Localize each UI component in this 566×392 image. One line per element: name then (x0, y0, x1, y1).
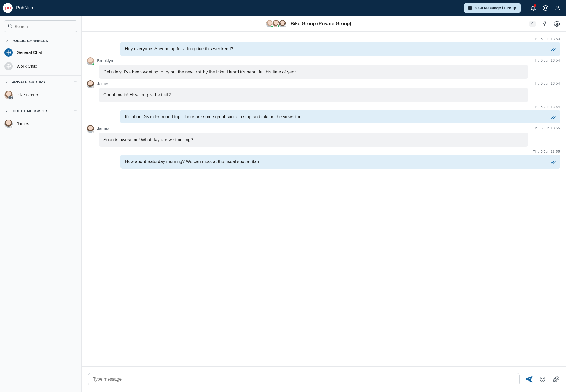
brand-logo: pn (3, 3, 13, 13)
new-message-button[interactable]: New Message / Group (464, 3, 521, 13)
unread-count: 0 (529, 21, 536, 27)
presence-indicator (284, 25, 286, 28)
message-outgoing: Thu 6 Jun 13:53 Hey everyone! Anyone up … (85, 36, 560, 56)
svg-point-5 (556, 23, 558, 25)
emoji-button[interactable] (539, 376, 546, 383)
globe-icon (4, 62, 13, 70)
chat-icon (468, 6, 472, 10)
message-time: Thu 6 Jun 13:53 (85, 36, 560, 42)
send-button[interactable] (526, 376, 533, 383)
section-direct-messages[interactable]: DIRECT MESSAGES + (0, 104, 81, 117)
notifications-icon[interactable] (530, 5, 537, 11)
dm-james[interactable]: James (0, 117, 81, 131)
section-title: PUBLIC CHANNELS (12, 39, 48, 43)
section-public-channels[interactable]: PUBLIC CHANNELS (0, 35, 81, 46)
presence-indicator (92, 86, 95, 88)
message-text: Count me in! How long is the trail? (103, 93, 171, 97)
message-text: Definitely! I've been wanting to try out… (103, 70, 297, 74)
message-bubble[interactable]: Count me in! How long is the trail? (99, 88, 528, 102)
sidebar: PUBLIC CHANNELS General Chat Work Chat P… (0, 16, 82, 392)
message-bubble[interactable]: Sounds awesome! What day are we thinking… (99, 133, 528, 147)
add-direct-message-button[interactable]: + (74, 108, 77, 114)
new-message-label: New Message / Group (475, 6, 516, 10)
mentions-icon[interactable] (542, 5, 549, 11)
message-text: How about Saturday morning? We can meet … (125, 159, 261, 164)
group-bike-group[interactable]: +2 Bike Group (0, 88, 81, 102)
message-text: Hey everyone! Anyone up for a long ride … (125, 46, 233, 51)
read-receipt-icon (551, 160, 557, 166)
channel-general-chat[interactable]: General Chat (0, 46, 81, 59)
section-title: DIRECT MESSAGES (12, 109, 49, 113)
member-avatars[interactable] (266, 20, 287, 28)
dm-label: James (17, 121, 29, 126)
notification-dot (534, 4, 536, 7)
chat-panel: Bike Group (Private Group) 0 Thu 6 Jun 1… (82, 16, 566, 392)
group-avatar: +2 (4, 91, 13, 99)
channel-label: Work Chat (17, 64, 37, 69)
avatar (278, 20, 287, 28)
message-avatar (87, 80, 94, 88)
message-time: Thu 6 Jun 13:55 (533, 126, 560, 130)
message-bubble[interactable]: Definitely! I've been wanting to try out… (99, 65, 528, 79)
search-input[interactable] (15, 24, 74, 29)
message-time: Thu 6 Jun 13:54 (85, 104, 560, 110)
group-extra-count: +2 (8, 96, 13, 100)
top-icon-group (530, 5, 561, 11)
svg-point-0 (544, 7, 546, 9)
svg-point-1 (557, 6, 559, 8)
message-avatar (87, 125, 94, 133)
presence-indicator (92, 130, 95, 133)
message-time: Thu 6 Jun 13:54 (533, 58, 560, 62)
message-time: Thu 6 Jun 13:55 (85, 148, 560, 155)
message-bubble[interactable]: It's about 25 miles round trip. There ar… (120, 110, 560, 124)
section-private-groups[interactable]: PRIVATE GROUPS + (0, 76, 81, 88)
chat-title: Bike Group (Private Group) (290, 21, 351, 27)
channel-work-chat[interactable]: Work Chat (0, 59, 81, 73)
attach-button[interactable] (552, 376, 559, 383)
add-private-group-button[interactable]: + (74, 79, 77, 85)
brand: pn PubNub (3, 3, 33, 13)
profile-icon[interactable] (554, 5, 561, 11)
read-receipt-icon (551, 47, 557, 53)
chevron-down-icon (4, 39, 9, 43)
message-incoming: James Thu 6 Jun 13:55 Sounds awesome! Wh… (85, 125, 560, 147)
presence-indicator (92, 63, 95, 65)
message-time: Thu 6 Jun 13:54 (533, 81, 560, 85)
top-bar: pn PubNub New Message / Group (0, 0, 566, 16)
group-label: Bike Group (17, 93, 38, 98)
read-receipt-icon (551, 115, 557, 121)
message-incoming: Brooklyn Thu 6 Jun 13:54 Definitely! I'v… (85, 57, 560, 79)
svg-point-8 (543, 378, 544, 379)
message-outgoing: Thu 6 Jun 13:54 It's about 25 miles roun… (85, 104, 560, 124)
globe-icon (4, 48, 13, 57)
svg-point-2 (8, 24, 11, 27)
dm-avatar (4, 120, 13, 128)
search-icon (7, 23, 12, 29)
brand-name: PubNub (16, 5, 33, 11)
pin-icon[interactable] (542, 21, 548, 27)
message-text: Sounds awesome! What day are we thinking… (103, 137, 193, 142)
presence-indicator (10, 125, 13, 128)
message-author: James (97, 126, 109, 131)
message-bubble[interactable]: How about Saturday morning? We can meet … (120, 155, 560, 169)
search-box[interactable] (4, 20, 77, 32)
svg-point-7 (541, 378, 542, 379)
settings-icon[interactable] (554, 21, 560, 27)
chat-body[interactable]: Thu 6 Jun 13:53 Hey everyone! Anyone up … (82, 32, 566, 366)
channel-label: General Chat (17, 50, 42, 55)
message-bubble[interactable]: Hey everyone! Anyone up for a long ride … (120, 42, 560, 56)
composer-input-wrap[interactable] (88, 373, 520, 385)
message-author: Brooklyn (97, 58, 113, 63)
chat-header: Bike Group (Private Group) 0 (82, 16, 566, 32)
svg-point-6 (540, 377, 545, 382)
composer-input[interactable] (93, 377, 515, 382)
composer (82, 366, 566, 392)
section-title: PRIVATE GROUPS (12, 80, 45, 84)
chevron-down-icon (4, 80, 9, 84)
message-incoming: James Thu 6 Jun 13:54 Count me in! How l… (85, 80, 560, 102)
message-avatar (87, 57, 94, 65)
message-text: It's about 25 miles round trip. There ar… (125, 114, 302, 119)
message-author: James (97, 81, 109, 86)
chevron-down-icon (4, 109, 9, 113)
message-outgoing: Thu 6 Jun 13:55 How about Saturday morni… (85, 148, 560, 169)
